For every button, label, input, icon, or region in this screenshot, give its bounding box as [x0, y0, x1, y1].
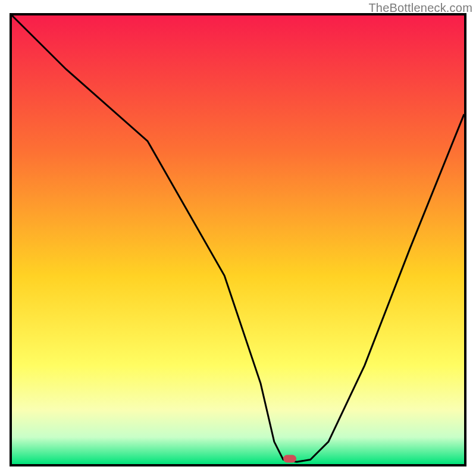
- gradient-background: [12, 15, 464, 464]
- chart-container: TheBottleneck.com: [0, 0, 476, 476]
- optimal-point-marker: [283, 455, 296, 462]
- plot-svg: [12, 15, 464, 464]
- watermark-text: TheBottleneck.com: [368, 1, 472, 15]
- plot-frame: [10, 13, 466, 466]
